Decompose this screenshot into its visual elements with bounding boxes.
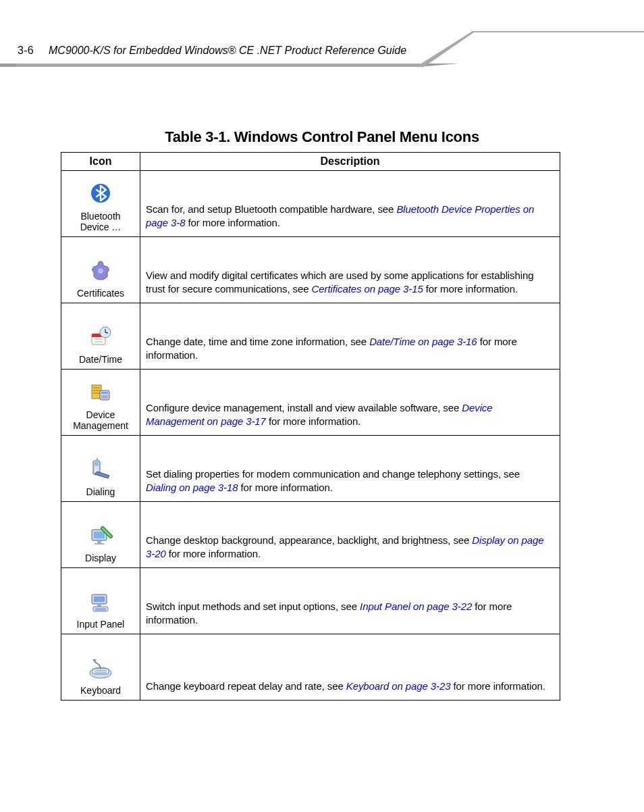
bluetooth-icon — [63, 182, 138, 208]
icon-cell: Date/Time — [61, 303, 140, 370]
svg-rect-25 — [95, 462, 99, 465]
description-text: for more information. — [423, 283, 518, 295]
icon-cell: Input Panel — [61, 568, 140, 634]
svg-rect-23 — [101, 395, 108, 399]
datetime-icon — [63, 326, 138, 351]
description-text: Set dialing properties for modem communi… — [146, 468, 520, 480]
table-row: Date/TimeChange date, time and time zone… — [61, 303, 560, 370]
description-cell: View and modify digital certificates whi… — [140, 237, 560, 303]
description-text: for more information. — [266, 415, 360, 427]
description-text: for more information. — [238, 482, 332, 493]
control-panel-table: Icon Description BluetoothDevice …Scan f… — [61, 152, 560, 701]
icon-cell: Certificates — [61, 237, 140, 303]
cross-reference-link[interactable]: Date/Time on page 3-16 — [369, 336, 477, 347]
table-row: BluetoothDevice …Scan for, and setup Blu… — [61, 171, 560, 237]
svg-rect-26 — [95, 467, 99, 472]
table-row: CertificatesView and modify digital cert… — [61, 237, 560, 303]
description-cell: Set dialing properties for modem communi… — [140, 436, 560, 502]
icon-cell: Dialing — [61, 436, 140, 502]
description-cell: Scan for, and setup Bluetooth compatible… — [140, 171, 560, 237]
description-text: Switch input methods and set input optio… — [146, 601, 360, 612]
description-text: Scan for, and setup Bluetooth compatible… — [146, 203, 396, 215]
description-cell: Change desktop background, appearance, b… — [140, 502, 560, 568]
col-icon: Icon — [61, 153, 140, 171]
col-description: Description — [140, 153, 560, 171]
table-row: Input PanelSwitch input methods and set … — [61, 568, 560, 634]
description-text: for more information. — [166, 548, 261, 559]
icon-label: Input Panel — [63, 619, 138, 630]
header-separator — [0, 31, 644, 72]
description-cell: Configure device management, install and… — [140, 370, 560, 436]
dialing-icon — [63, 458, 138, 484]
cross-reference-link[interactable]: Keyboard on page 3-23 — [346, 680, 451, 692]
description-text: Configure device management, install and… — [146, 402, 462, 413]
description-text: Change desktop background, appearance, b… — [146, 534, 472, 546]
description-text: for more information. — [450, 680, 545, 692]
table-row: DisplayChange desktop background, appear… — [61, 502, 560, 568]
table-row: KeyboardChange keyboard repeat delay and… — [61, 634, 560, 701]
table-row: DeviceManagementConfigure device managem… — [61, 370, 560, 436]
display-icon — [63, 524, 138, 550]
svg-rect-40 — [92, 669, 109, 674]
icon-label: Dialing — [63, 486, 138, 497]
icon-label: BluetoothDevice … — [63, 211, 138, 232]
svg-marker-6 — [421, 31, 644, 67]
keyboard-icon — [63, 657, 138, 682]
svg-rect-22 — [101, 392, 108, 394]
icon-cell: BluetoothDevice … — [61, 171, 140, 237]
svg-rect-32 — [95, 543, 104, 544]
device-management-icon — [63, 381, 138, 407]
description-text: Change date, time and time zone informat… — [146, 336, 369, 347]
description-text: Change keyboard repeat delay and rate, s… — [146, 680, 346, 692]
table-title: Table 3-1. Windows Control Panel Menu Ic… — [0, 128, 644, 146]
certificates-icon — [63, 259, 138, 285]
icon-label: DeviceManagement — [63, 409, 138, 431]
svg-rect-5 — [16, 64, 421, 67]
svg-rect-30 — [94, 532, 105, 538]
input-panel-icon — [63, 590, 138, 616]
description-cell: Change keyboard repeat delay and rate, s… — [140, 634, 560, 701]
icon-cell: Keyboard — [61, 634, 140, 701]
cross-reference-link[interactable]: Input Panel on page 3-22 — [360, 601, 472, 612]
description-cell: Change date, time and time zone informat… — [140, 303, 560, 370]
icon-cell: DeviceManagement — [61, 370, 140, 436]
icon-cell: Display — [61, 502, 140, 568]
icon-label: Certificates — [63, 288, 138, 299]
table-row: DialingSet dialing properties for modem … — [61, 436, 560, 502]
description-cell: Switch input methods and set input optio… — [140, 568, 560, 634]
svg-rect-34 — [94, 597, 105, 602]
svg-point-9 — [98, 268, 103, 274]
icon-label: Date/Time — [63, 354, 138, 365]
icon-label: Display — [63, 553, 138, 563]
description-text: for more information. — [185, 217, 279, 228]
cross-reference-link[interactable]: Certificates on page 3-15 — [312, 283, 423, 295]
cross-reference-link[interactable]: Dialing on page 3-18 — [146, 482, 238, 493]
svg-rect-31 — [97, 541, 101, 543]
icon-label: Keyboard — [63, 685, 138, 696]
